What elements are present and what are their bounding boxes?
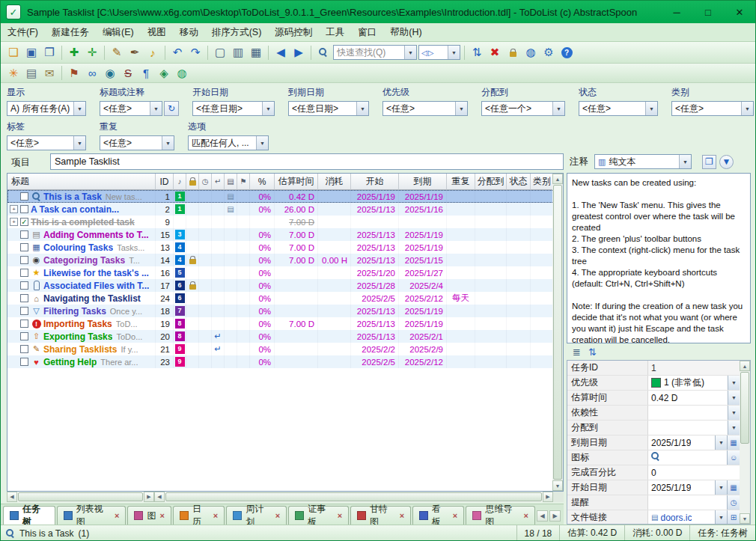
refresh-filter-button[interactable]: ↻ xyxy=(164,101,179,116)
view-tab[interactable]: 思维导图× xyxy=(466,506,535,525)
menu-item[interactable]: 编辑(E) xyxy=(96,24,141,41)
edit-color-icon[interactable]: ✒ xyxy=(126,44,143,61)
comments-text[interactable]: New tasks can be created using: 1. The '… xyxy=(567,173,751,343)
undo-icon[interactable]: ↶ xyxy=(169,44,186,61)
vertical-scrollbar[interactable]: ▲ ▼ xyxy=(552,174,563,491)
scroll-tabs-right-icon[interactable]: ▶ xyxy=(549,510,561,522)
task-checkbox[interactable] xyxy=(20,243,28,251)
menu-item[interactable]: 工具 xyxy=(319,24,351,41)
print-icon[interactable]: ▤ xyxy=(23,65,40,82)
menu-item[interactable]: 文件(F) xyxy=(1,24,45,41)
dropdown-arrow-icon[interactable]: ▼ xyxy=(715,480,727,495)
attribute-value[interactable]: ▼ xyxy=(648,406,740,420)
tag-icon[interactable]: ◈ xyxy=(156,65,172,82)
task-checkbox[interactable] xyxy=(20,281,28,290)
find-prev-next-icon[interactable]: ◁▷ xyxy=(421,49,434,57)
reminder-button[interactable]: ◷ xyxy=(727,495,740,510)
close-tab-icon[interactable]: × xyxy=(338,511,342,520)
task-row[interactable]: ♥Getting HelpThere ar...2390%2025/2/5202… xyxy=(7,355,554,368)
task-checkbox[interactable] xyxy=(20,205,28,213)
column-header-pct[interactable]: % xyxy=(250,174,275,190)
expander-icon[interactable]: + xyxy=(10,205,18,213)
comments-collapse-button[interactable]: ▼ xyxy=(719,155,734,169)
column-header-recur[interactable]: 重复 xyxy=(447,174,475,190)
scroll-down-icon[interactable]: ▼ xyxy=(552,480,563,491)
view-tab[interactable]: 任务树 xyxy=(3,506,55,525)
scroll-up-icon[interactable]: ▲ xyxy=(740,361,750,371)
scroll-down-icon[interactable]: ▼ xyxy=(740,513,750,524)
quick-find-combo[interactable]: 快速查找(Q)▼ xyxy=(333,45,417,60)
dropdown-arrow-icon[interactable]: ▼ xyxy=(256,136,268,150)
password-lock-icon[interactable] xyxy=(504,44,521,61)
scroll-right-icon[interactable]: ▶ xyxy=(144,492,154,502)
paragraph-icon[interactable]: ¶ xyxy=(138,65,154,82)
close-tab-icon[interactable]: × xyxy=(159,511,164,520)
back-icon[interactable]: ◀ xyxy=(272,44,289,61)
attribute-value[interactable]: 0 xyxy=(648,465,740,480)
view-tab[interactable]: 周计划× xyxy=(226,506,287,525)
dropdown-arrow-icon[interactable]: ▼ xyxy=(356,102,368,115)
attribute-value[interactable]: ▼ xyxy=(648,421,740,435)
column-header-file[interactable]: ▤ xyxy=(225,174,237,190)
add-file-button[interactable]: ⊞ xyxy=(727,510,740,525)
close-tab-icon[interactable]: × xyxy=(400,511,404,520)
title-column-scrollbar[interactable]: ◀ ▶ xyxy=(7,492,154,502)
maximize-tasklist-icon[interactable]: ▢ xyxy=(212,44,228,61)
attribute-value[interactable]: 0.42 D▼ xyxy=(648,391,740,405)
delete-task-icon[interactable]: ✖ xyxy=(487,44,503,61)
task-row[interactable]: Associated Files with T...1760%2025/1/28… xyxy=(7,279,554,292)
send-email-icon[interactable]: ✉ xyxy=(41,65,58,82)
new-subtask-icon[interactable]: ✛ xyxy=(84,44,100,61)
view-tree-icon[interactable]: ▥ xyxy=(230,44,246,61)
link-icon[interactable]: ∞ xyxy=(84,65,100,82)
task-row[interactable]: ▽Filtering TasksOnce y...1870%2025/1/132… xyxy=(7,305,554,317)
scroll-right-icon[interactable]: ▶ xyxy=(543,492,553,502)
dropdown-arrow-icon[interactable]: ▼ xyxy=(728,376,740,390)
menu-item[interactable]: 新建任务 xyxy=(45,24,96,41)
attribute-value[interactable]: ▤doors.ic▼⊞ xyxy=(648,510,740,525)
column-header-due[interactable]: 到期 xyxy=(399,174,447,190)
column-header-title[interactable]: 标题 xyxy=(7,174,156,190)
reminder-bell-icon[interactable]: ♪ xyxy=(144,44,161,61)
calendar-button[interactable]: ▦ xyxy=(727,480,740,495)
close-button[interactable]: ✕ xyxy=(724,1,755,23)
attribute-value[interactable]: 1 (非常低)▼ xyxy=(648,376,740,390)
menu-item[interactable]: 移动 xyxy=(173,24,205,41)
preferences-gear-icon[interactable]: ⚙ xyxy=(540,44,557,61)
dropdown-arrow-icon[interactable]: ▼ xyxy=(645,102,657,115)
weblink-icon[interactable]: ◍ xyxy=(522,44,539,61)
scrollbar-thumb[interactable] xyxy=(553,185,562,480)
column-header-dep[interactable]: ↵ xyxy=(212,174,225,190)
column-header-timer[interactable]: ◷ xyxy=(199,174,212,190)
new-tasklist-icon[interactable]: ❏ xyxy=(5,44,22,61)
dropdown-arrow-icon[interactable]: ▼ xyxy=(728,421,740,435)
task-checkbox[interactable] xyxy=(20,294,28,302)
comments-format-combo[interactable]: ▥ 纯文本 ▼ xyxy=(594,154,692,169)
edit-task-icon[interactable]: ✎ xyxy=(109,44,125,61)
filter-combo[interactable]: <任意一个>▼ xyxy=(481,101,565,116)
sort-attributes-icon[interactable]: ⇅ xyxy=(588,346,597,358)
maximize-button[interactable]: □ xyxy=(692,1,724,23)
attributes-scrollbar[interactable]: ▲ ▼ xyxy=(740,361,750,524)
attribute-value[interactable]: ☺ xyxy=(648,450,740,465)
view-tab[interactable]: 日历× xyxy=(173,506,225,525)
task-row[interactable]: !Importing TasksToD...1980%7.00 D2025/1/… xyxy=(7,317,554,330)
filter-combo[interactable]: <任意>▼ xyxy=(671,101,754,116)
column-header-start[interactable]: 开始 xyxy=(351,174,399,190)
toggle-eye-icon[interactable]: ◉ xyxy=(102,65,118,82)
dropdown-arrow-icon[interactable]: ▼ xyxy=(150,102,162,115)
scrollbar-thumb[interactable] xyxy=(740,372,749,444)
column-header-alloc[interactable]: 分配到 xyxy=(475,174,507,190)
filter-combo[interactable]: <任意>▼ xyxy=(100,135,174,150)
dropdown-arrow-icon[interactable]: ▼ xyxy=(728,406,740,420)
task-checkbox[interactable] xyxy=(20,320,28,328)
dropdown-arrow-icon[interactable]: ▼ xyxy=(448,46,460,59)
column-header-cat[interactable]: 类别 xyxy=(531,174,554,190)
dropdown-arrow-icon[interactable]: ▼ xyxy=(715,435,727,450)
menu-item[interactable]: 视图 xyxy=(141,24,173,41)
attribute-value[interactable]: 2025/1/19▼▦ xyxy=(648,480,740,495)
view-tab[interactable]: 证事板× xyxy=(288,506,349,525)
spellcheck-icon[interactable]: ✳ xyxy=(5,65,22,82)
columns-scrollbar[interactable]: ◀ ▶ xyxy=(154,492,553,502)
scrollbar-thumb[interactable] xyxy=(18,492,143,501)
